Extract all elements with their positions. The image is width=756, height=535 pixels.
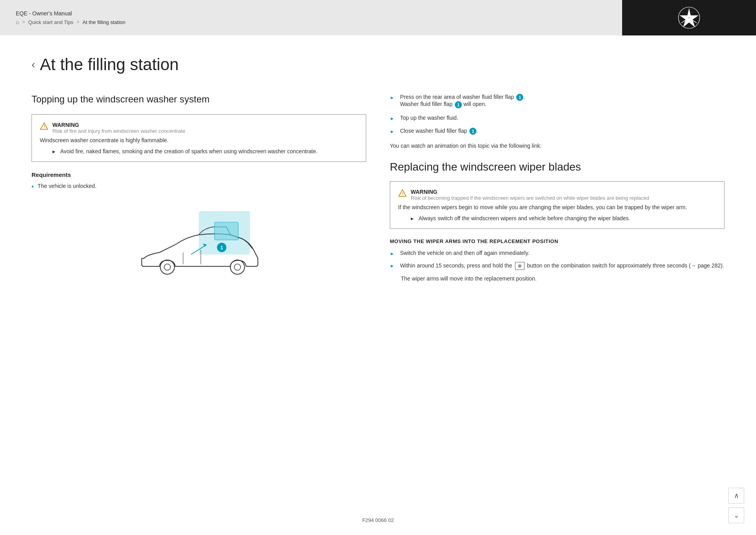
warning-triangle-icon-2: ! <box>398 189 407 198</box>
breadcrumb-sep2: > <box>76 19 79 25</box>
warning-bullet-arrow: ► <box>52 149 56 154</box>
scroll-up-button[interactable]: ∧ <box>728 488 744 503</box>
mercedes-logo <box>677 6 701 30</box>
section-title-wiper: Replacing the windscreen wiper blades <box>390 161 724 173</box>
svg-point-9 <box>160 260 174 274</box>
requirements-title: Requirements <box>32 171 366 178</box>
list-item: ► Close washer fluid filler flap 1. <box>390 128 724 135</box>
warning-header-2: ! WARNING Risk of becoming trapped if th… <box>398 189 716 201</box>
warning-bullet: ► Avoid fire, naked flames, smoking and … <box>52 148 358 154</box>
warning-header-text: WARNING Risk of fire and injury from win… <box>52 122 185 134</box>
svg-point-12 <box>234 264 241 270</box>
breadcrumb: ⌂ > Quick start and Tips > At the fillin… <box>16 19 126 25</box>
warning-bullet-2: ► Always switch off the windscreen wiper… <box>410 215 716 221</box>
car-illustration: 1 <box>136 199 262 286</box>
list-item: ► Top up the washer fluid. <box>390 115 724 121</box>
scroll-down-button[interactable]: ⌄ <box>728 507 744 523</box>
warning-subtitle: Risk of fire and injury from windscreen … <box>52 128 185 134</box>
animation-note: You can watch an animation on this topic… <box>390 143 724 149</box>
breadcrumb-sep1: > <box>22 19 25 25</box>
instr-arrow-icon: ► <box>390 116 395 121</box>
wiper-button-icon: ⊕ <box>515 262 524 270</box>
instruction-text-3: Close washer fluid filler flap 1. <box>400 128 478 135</box>
instr-arrow-icon: ► <box>390 129 395 134</box>
svg-text:1: 1 <box>220 245 223 251</box>
footer-code: F294 0066 02 <box>362 517 394 523</box>
req-bullet-icon: • <box>32 184 34 190</box>
manual-title: EQE - Owner's Manual <box>16 10 126 17</box>
main-content: ‹ At the filling station Topping up the … <box>0 35 756 535</box>
warning-body: Windscreen washer concentrate is highly … <box>40 137 358 143</box>
instr-arrow-icon: ► <box>390 95 395 100</box>
warning-label-2: WARNING <box>411 189 649 195</box>
left-column: Topping up the windscreen washer system … <box>32 94 366 286</box>
washer-instructions: ► Press on the rear area of washer fluid… <box>390 94 724 135</box>
list-item: ► Press on the rear area of washer fluid… <box>390 94 724 108</box>
wiper-text-1: Switch the vehicle on and then off again… <box>400 250 530 256</box>
warning-subtitle-2: Risk of becoming trapped if the windscre… <box>411 195 649 201</box>
header: EQE - Owner's Manual ⌂ > Quick start and… <box>0 0 756 35</box>
warning-header-text-2: WARNING Risk of becoming trapped if the … <box>411 189 649 201</box>
svg-text:!: ! <box>402 191 403 196</box>
wiper-text-2: Within around 15 seconds, press and hold… <box>400 262 724 270</box>
warning-label: WARNING <box>52 122 185 128</box>
warning-body-2: If the windscreen wipers begin to move w… <box>398 204 716 210</box>
circle-num-3: 1 <box>469 128 476 135</box>
circle-num-1: 1 <box>516 94 523 101</box>
warning-bullet-arrow-2: ► <box>410 216 415 221</box>
wiper-instruction-2: ► Within around 15 seconds, press and ho… <box>390 262 724 270</box>
warning-header: ! WARNING Risk of fire and injury from w… <box>40 122 358 134</box>
instruction-text-2: Top up the washer fluid. <box>400 115 458 121</box>
warning-bullet-text-2: Always switch off the windscreen wipers … <box>419 215 630 221</box>
requirement-text: The vehicle is unlocked. <box>38 183 96 189</box>
svg-point-11 <box>230 260 245 274</box>
back-chevron-icon[interactable]: ‹ <box>32 58 35 71</box>
circle-num-2: 1 <box>455 101 462 108</box>
wiper-arrow-1: ► <box>390 251 395 256</box>
svg-rect-13 <box>215 222 238 240</box>
breadcrumb-current: At the filling station <box>82 19 125 25</box>
car-svg: 1 <box>136 199 262 286</box>
instruction-text-1: Press on the rear area of washer fluid f… <box>400 94 525 108</box>
warning-bullet-text: Avoid fire, naked flames, smoking and th… <box>60 148 317 154</box>
home-icon[interactable]: ⌂ <box>16 19 19 25</box>
right-column: ► Press on the rear area of washer fluid… <box>390 94 724 286</box>
wiper-instruction-1: ► Switch the vehicle on and then off aga… <box>390 250 724 256</box>
page-footer: F294 0066 02 <box>0 517 756 523</box>
list-item: • The vehicle is unlocked. <box>32 183 366 190</box>
header-nav: EQE - Owner's Manual ⌂ > Quick start and… <box>16 10 126 25</box>
car-image-container: 1 <box>32 199 366 286</box>
section-title-washer: Topping up the windscreen washer system <box>32 94 366 105</box>
page-title: At the filling station <box>40 55 179 74</box>
warning-box-wiper: ! WARNING Risk of becoming trapped if th… <box>390 181 724 229</box>
moving-wiper-title: MOVING THE WIPER ARMS INTO THE REPLACEME… <box>390 238 724 244</box>
requirements-list: • The vehicle is unlocked. <box>32 183 366 190</box>
wiper-note: The wiper arms will move into the replac… <box>401 275 724 282</box>
page-title-section: ‹ At the filling station <box>32 55 724 74</box>
warning-box-washer: ! WARNING Risk of fire and injury from w… <box>32 114 366 162</box>
breadcrumb-quick-start[interactable]: Quick start and Tips <box>28 19 73 25</box>
warning-triangle-icon: ! <box>40 122 48 131</box>
header-logo-area <box>622 0 756 35</box>
svg-text:!: ! <box>44 125 45 129</box>
svg-point-10 <box>164 264 170 270</box>
content-columns: Topping up the windscreen washer system … <box>32 94 724 286</box>
wiper-arrow-2: ► <box>390 263 395 269</box>
